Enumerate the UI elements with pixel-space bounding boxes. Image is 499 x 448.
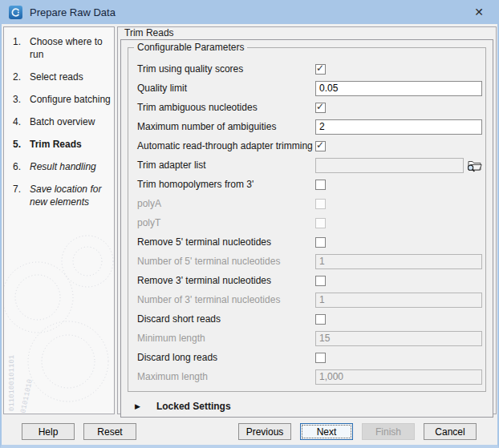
sidebar-step-3: 3.Configure batching (4, 93, 114, 106)
finish-button: Finish (362, 423, 415, 440)
cancel-button[interactable]: Cancel (424, 423, 477, 440)
step-label: Select reads (30, 71, 83, 83)
checkbox[interactable] (315, 237, 326, 248)
svg-text:0110100101101: 0110100101101 (8, 355, 16, 411)
right-button-group: Previous Next Finish Cancel (238, 423, 477, 440)
group-title: Configurable Parameters (134, 42, 247, 53)
text-input: 1,000 (315, 369, 482, 385)
text-input[interactable]: 2 (315, 119, 482, 135)
param-control-cell: 1,000 (315, 369, 482, 385)
sidebar-step-6: 6.Result handling (4, 160, 114, 173)
window-title: Prepare Raw Data (30, 6, 116, 18)
page-content: Configurable Parameters Trim using quali… (120, 39, 493, 418)
step-number: 5. (13, 138, 25, 151)
checkbox[interactable]: ✓ (315, 141, 326, 151)
collapse-triangle-icon: ▶ (135, 402, 140, 410)
param-row: Discard short reads (137, 309, 482, 329)
locked-settings-toggle[interactable]: ▶ Locked Settings (135, 401, 488, 412)
param-label: Maximum length (137, 371, 315, 382)
param-row: polyT (137, 213, 482, 232)
parameter-rows: Trim using quality scores✓Quality limit0… (137, 59, 482, 386)
wizard-steps: 1.Choose where to run2.Select reads3.Con… (4, 35, 114, 208)
wizard-sidebar: 1.Choose where to run2.Select reads3.Con… (3, 26, 115, 414)
step-number: 6. (13, 160, 25, 173)
checkbox[interactable] (315, 353, 326, 363)
param-row: Maximum length1,000 (137, 367, 482, 386)
step-number: 3. (13, 93, 25, 106)
param-label: Remove 3' terminal nucleotides (137, 275, 315, 286)
watermark-decoration: 0110100101101 01011010 (4, 225, 115, 414)
param-control-cell: ✓ (315, 64, 482, 75)
help-button[interactable]: Help (22, 423, 75, 440)
checkbox (315, 199, 326, 209)
step-number: 1. (13, 35, 25, 61)
text-input (315, 158, 464, 173)
param-row: Minimum length15 (137, 329, 482, 348)
checkmark-icon: ✓ (316, 63, 324, 74)
param-control-cell (315, 353, 482, 363)
param-row: Quality limit0.05 (137, 79, 482, 98)
param-control-cell: 15 (315, 331, 482, 346)
app-icon (9, 6, 22, 19)
checkbox[interactable] (315, 314, 326, 325)
param-label: Trim homopolymers from 3' (137, 179, 315, 190)
browse-adapter-list-icon[interactable] (466, 158, 482, 172)
button-bar: Help Reset Previous Next Finish Cancel (2, 414, 497, 442)
step-number: 4. (13, 115, 25, 128)
param-label: Number of 3' terminal nucleotides (137, 294, 315, 305)
checkbox[interactable] (315, 180, 326, 190)
param-control-cell: 1 (315, 254, 482, 269)
param-label: Remove 5' terminal nucleotides (137, 236, 315, 248)
param-row: Number of 3' terminal nucleotides1 (137, 290, 482, 309)
checkmark-icon: ✓ (316, 101, 324, 112)
param-control-cell (315, 180, 482, 190)
previous-button[interactable]: Previous (238, 423, 291, 440)
checkbox[interactable]: ✓ (315, 64, 326, 75)
checkbox[interactable] (315, 276, 326, 286)
close-button[interactable]: ✕ (469, 3, 489, 21)
param-label: polyT (137, 217, 315, 228)
sidebar-step-5: 5.Trim Reads (4, 138, 114, 151)
checkmark-icon: ✓ (316, 139, 324, 151)
param-row: polyA (137, 194, 482, 213)
param-row: Discard long reads (137, 348, 482, 367)
title-bar: Prepare Raw Data ✕ (2, 0, 497, 24)
step-label: Batch overview (30, 115, 95, 128)
param-label: Quality limit (137, 83, 315, 94)
param-control-cell (315, 276, 482, 286)
next-button[interactable]: Next (300, 423, 353, 440)
param-row: Trim adapter list (137, 155, 482, 175)
svg-text:01011010: 01011010 (19, 378, 34, 414)
param-label: Trim using quality scores (137, 63, 315, 75)
param-control-cell: ✓ (315, 141, 482, 151)
param-row: Number of 5' terminal nucleotides1 (137, 252, 482, 271)
text-input[interactable]: 0.05 (315, 81, 482, 96)
param-label: polyA (137, 198, 315, 209)
step-label: Configure batching (30, 93, 111, 106)
reset-button[interactable]: Reset (83, 423, 136, 440)
param-label: Trim ambiguous nucleotides (137, 102, 315, 113)
param-control-cell (315, 218, 482, 228)
step-label: Result handling (30, 160, 96, 173)
sidebar-step-7: 7.Save location for new elements (4, 183, 114, 208)
locked-settings-label: Locked Settings (156, 401, 231, 412)
param-control-cell: 2 (315, 119, 482, 135)
param-label: Number of 5' terminal nucleotides (137, 256, 315, 267)
text-input: 1 (315, 293, 482, 308)
param-control-cell: 1 (315, 293, 482, 308)
param-label: Trim adapter list (137, 159, 315, 171)
param-control-cell (315, 314, 482, 325)
checkbox[interactable]: ✓ (315, 103, 326, 113)
param-row: Remove 3' terminal nucleotides (137, 271, 482, 290)
sidebar-step-2: 2.Select reads (4, 71, 114, 83)
param-label: Minimum length (137, 333, 315, 344)
param-control-cell (315, 199, 482, 209)
step-label: Trim Reads (30, 138, 82, 151)
param-control-cell: 0.05 (315, 81, 482, 96)
param-control-cell (315, 237, 482, 248)
param-label: Discard long reads (137, 352, 315, 363)
param-row: Trim homopolymers from 3' (137, 175, 482, 194)
checkbox (315, 218, 326, 228)
param-label: Discard short reads (137, 313, 315, 325)
param-row: Maximum number of ambiguities2 (137, 117, 482, 136)
